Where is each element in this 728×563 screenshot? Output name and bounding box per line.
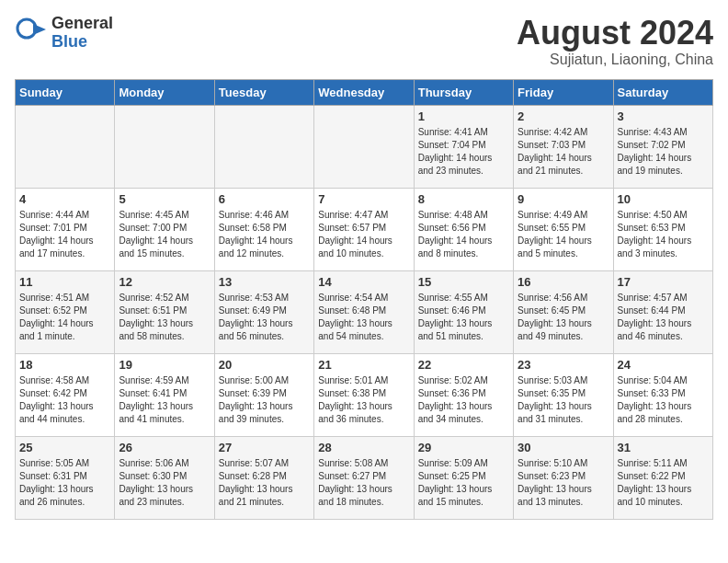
day-number: 18 (19, 358, 110, 372)
day-number: 21 (318, 358, 409, 372)
day-info: Sunrise: 5:07 AM Sunset: 6:28 PM Dayligh… (219, 457, 310, 509)
day-number: 4 (19, 192, 110, 206)
col-header-wednesday: Wednesday (314, 79, 414, 105)
calendar-cell: 26Sunrise: 5:06 AM Sunset: 6:30 PM Dayli… (115, 436, 214, 519)
day-info: Sunrise: 4:46 AM Sunset: 6:58 PM Dayligh… (219, 209, 310, 260)
day-number: 28 (318, 441, 409, 454)
day-info: Sunrise: 4:49 AM Sunset: 6:55 PM Dayligh… (518, 209, 609, 260)
day-info: Sunrise: 4:59 AM Sunset: 6:41 PM Dayligh… (119, 374, 210, 426)
day-number: 23 (518, 358, 609, 372)
calendar-cell (214, 105, 313, 188)
day-number: 7 (318, 192, 409, 206)
logo-icon (15, 17, 48, 50)
calendar-cell (314, 105, 414, 188)
calendar-cell: 14Sunrise: 4:54 AM Sunset: 6:48 PM Dayli… (314, 270, 414, 353)
logo: General Blue (15, 15, 113, 52)
calendar-cell: 15Sunrise: 4:55 AM Sunset: 6:46 PM Dayli… (414, 270, 513, 353)
day-number: 20 (219, 358, 310, 372)
day-number: 14 (318, 275, 409, 289)
day-number: 13 (219, 275, 310, 289)
day-info: Sunrise: 5:05 AM Sunset: 6:31 PM Dayligh… (19, 457, 110, 509)
day-info: Sunrise: 5:08 AM Sunset: 6:27 PM Dayligh… (318, 457, 409, 509)
page-header: General Blue August 2024 Sujiatun, Liaon… (15, 15, 713, 68)
calendar-cell: 9Sunrise: 4:49 AM Sunset: 6:55 PM Daylig… (514, 188, 613, 270)
calendar-cell: 12Sunrise: 4:52 AM Sunset: 6:51 PM Dayli… (115, 270, 214, 353)
day-info: Sunrise: 5:10 AM Sunset: 6:23 PM Dayligh… (518, 457, 609, 509)
day-info: Sunrise: 4:56 AM Sunset: 6:45 PM Dayligh… (518, 292, 609, 343)
calendar-cell: 28Sunrise: 5:08 AM Sunset: 6:27 PM Dayli… (314, 436, 414, 519)
calendar-cell: 21Sunrise: 5:01 AM Sunset: 6:38 PM Dayli… (314, 353, 414, 436)
day-info: Sunrise: 4:53 AM Sunset: 6:49 PM Dayligh… (219, 292, 310, 343)
day-info: Sunrise: 5:11 AM Sunset: 6:22 PM Dayligh… (618, 457, 709, 509)
day-number: 12 (119, 275, 210, 289)
day-number: 31 (618, 441, 709, 454)
calendar-cell: 1Sunrise: 4:41 AM Sunset: 7:04 PM Daylig… (414, 105, 513, 188)
calendar-cell: 22Sunrise: 5:02 AM Sunset: 6:36 PM Dayli… (414, 353, 513, 436)
day-info: Sunrise: 5:06 AM Sunset: 6:30 PM Dayligh… (119, 457, 210, 509)
calendar-cell: 30Sunrise: 5:10 AM Sunset: 6:23 PM Dayli… (514, 436, 613, 519)
logo-general-text: General (51, 15, 113, 33)
day-number: 9 (518, 192, 609, 206)
day-number: 19 (119, 358, 210, 372)
day-number: 24 (618, 358, 709, 372)
month-year-title: August 2024 (517, 15, 713, 52)
day-info: Sunrise: 5:03 AM Sunset: 6:35 PM Dayligh… (518, 374, 609, 426)
day-info: Sunrise: 4:47 AM Sunset: 6:57 PM Dayligh… (318, 209, 409, 260)
col-header-monday: Monday (115, 79, 214, 105)
day-info: Sunrise: 4:48 AM Sunset: 6:56 PM Dayligh… (418, 209, 509, 260)
day-info: Sunrise: 4:52 AM Sunset: 6:51 PM Dayligh… (119, 292, 210, 343)
svg-marker-1 (33, 24, 46, 35)
calendar-week-row: 25Sunrise: 5:05 AM Sunset: 6:31 PM Dayli… (16, 436, 713, 519)
calendar-cell: 18Sunrise: 4:58 AM Sunset: 6:42 PM Dayli… (16, 353, 115, 436)
day-number: 5 (119, 192, 210, 206)
col-header-saturday: Saturday (613, 79, 712, 105)
day-info: Sunrise: 4:44 AM Sunset: 7:01 PM Dayligh… (19, 209, 110, 260)
day-number: 3 (618, 109, 709, 123)
calendar-cell: 2Sunrise: 4:42 AM Sunset: 7:03 PM Daylig… (514, 105, 613, 188)
calendar-table: SundayMondayTuesdayWednesdayThursdayFrid… (15, 79, 713, 520)
day-number: 17 (618, 275, 709, 289)
day-info: Sunrise: 4:41 AM Sunset: 7:04 PM Dayligh… (418, 126, 509, 178)
day-number: 10 (618, 192, 709, 206)
day-info: Sunrise: 4:58 AM Sunset: 6:42 PM Dayligh… (19, 374, 110, 426)
day-number: 11 (19, 275, 110, 289)
day-number: 22 (418, 358, 509, 372)
calendar-cell: 27Sunrise: 5:07 AM Sunset: 6:28 PM Dayli… (214, 436, 313, 519)
day-number: 15 (418, 275, 509, 289)
calendar-cell: 10Sunrise: 4:50 AM Sunset: 6:53 PM Dayli… (613, 188, 712, 270)
calendar-header-row: SundayMondayTuesdayWednesdayThursdayFrid… (16, 79, 713, 105)
day-number: 25 (19, 441, 110, 454)
col-header-tuesday: Tuesday (214, 79, 313, 105)
title-block: August 2024 Sujiatun, Liaoning, China (517, 15, 713, 68)
day-info: Sunrise: 4:50 AM Sunset: 6:53 PM Dayligh… (618, 209, 709, 260)
day-number: 1 (418, 109, 509, 123)
calendar-cell: 24Sunrise: 5:04 AM Sunset: 6:33 PM Dayli… (613, 353, 712, 436)
day-number: 29 (418, 441, 509, 454)
day-info: Sunrise: 5:01 AM Sunset: 6:38 PM Dayligh… (318, 374, 409, 426)
day-number: 16 (518, 275, 609, 289)
calendar-week-row: 4Sunrise: 4:44 AM Sunset: 7:01 PM Daylig… (16, 188, 713, 270)
calendar-cell: 7Sunrise: 4:47 AM Sunset: 6:57 PM Daylig… (314, 188, 414, 270)
day-info: Sunrise: 4:42 AM Sunset: 7:03 PM Dayligh… (518, 126, 609, 178)
calendar-cell: 4Sunrise: 4:44 AM Sunset: 7:01 PM Daylig… (16, 188, 115, 270)
day-info: Sunrise: 4:54 AM Sunset: 6:48 PM Dayligh… (318, 292, 409, 343)
calendar-week-row: 1Sunrise: 4:41 AM Sunset: 7:04 PM Daylig… (16, 105, 713, 188)
calendar-cell: 3Sunrise: 4:43 AM Sunset: 7:02 PM Daylig… (613, 105, 712, 188)
calendar-cell: 16Sunrise: 4:56 AM Sunset: 6:45 PM Dayli… (514, 270, 613, 353)
day-info: Sunrise: 4:43 AM Sunset: 7:02 PM Dayligh… (618, 126, 709, 178)
calendar-cell (16, 105, 115, 188)
calendar-cell: 11Sunrise: 4:51 AM Sunset: 6:52 PM Dayli… (16, 270, 115, 353)
calendar-cell: 17Sunrise: 4:57 AM Sunset: 6:44 PM Dayli… (613, 270, 712, 353)
calendar-cell: 23Sunrise: 5:03 AM Sunset: 6:35 PM Dayli… (514, 353, 613, 436)
day-info: Sunrise: 4:45 AM Sunset: 7:00 PM Dayligh… (119, 209, 210, 260)
day-number: 30 (518, 441, 609, 454)
calendar-week-row: 11Sunrise: 4:51 AM Sunset: 6:52 PM Dayli… (16, 270, 713, 353)
day-info: Sunrise: 5:00 AM Sunset: 6:39 PM Dayligh… (219, 374, 310, 426)
day-info: Sunrise: 4:51 AM Sunset: 6:52 PM Dayligh… (19, 292, 110, 343)
day-info: Sunrise: 5:02 AM Sunset: 6:36 PM Dayligh… (418, 374, 509, 426)
calendar-cell: 29Sunrise: 5:09 AM Sunset: 6:25 PM Dayli… (414, 436, 513, 519)
calendar-cell: 20Sunrise: 5:00 AM Sunset: 6:39 PM Dayli… (214, 353, 313, 436)
day-info: Sunrise: 4:57 AM Sunset: 6:44 PM Dayligh… (618, 292, 709, 343)
day-number: 6 (219, 192, 310, 206)
day-info: Sunrise: 5:04 AM Sunset: 6:33 PM Dayligh… (618, 374, 709, 426)
